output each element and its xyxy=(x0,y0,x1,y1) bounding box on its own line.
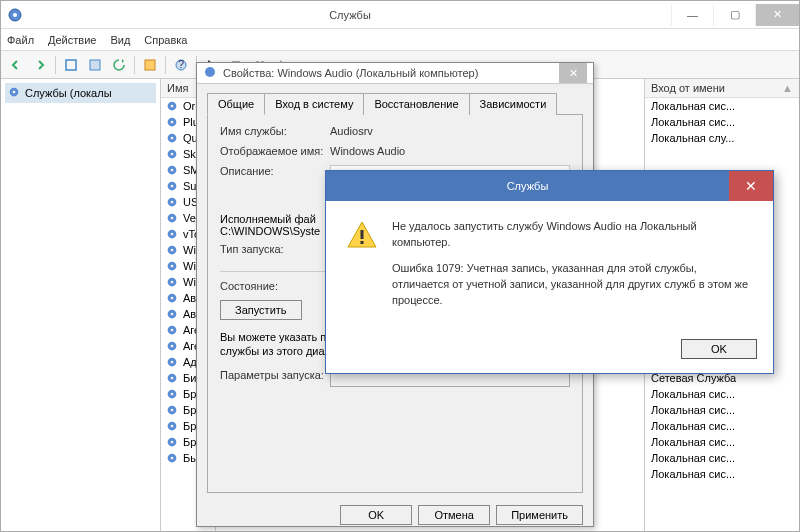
label-state: Состояние: xyxy=(220,280,330,292)
svg-point-49 xyxy=(171,393,174,396)
props-close-button[interactable]: ✕ xyxy=(559,63,587,83)
gear-icon xyxy=(165,435,179,449)
logon-value[interactable] xyxy=(645,146,799,162)
svg-rect-60 xyxy=(361,241,364,244)
svg-point-37 xyxy=(171,297,174,300)
logon-value[interactable]: Локальная сис... xyxy=(645,386,799,402)
tree-pane[interactable]: Службы (локалы xyxy=(1,79,161,531)
gear-icon xyxy=(165,99,179,113)
svg-point-13 xyxy=(171,105,174,108)
logon-value[interactable]: Локальная сис... xyxy=(645,402,799,418)
gear-icon xyxy=(165,259,179,273)
help-icon[interactable]: ? xyxy=(170,54,192,76)
gear-icon xyxy=(165,243,179,257)
gear-icon xyxy=(165,355,179,369)
value-svc-name: Audiosrv xyxy=(330,125,570,137)
gear-icon xyxy=(165,131,179,145)
svg-point-51 xyxy=(171,409,174,412)
menu-action[interactable]: Действие xyxy=(48,34,96,46)
gear-icon xyxy=(165,419,179,433)
logon-value[interactable]: Локальная сис... xyxy=(645,114,799,130)
gear-icon xyxy=(165,195,179,209)
menu-file[interactable]: Файл xyxy=(7,34,34,46)
svg-point-35 xyxy=(171,281,174,284)
props-titlebar[interactable]: Свойства: Windows Audio (Локальный компь… xyxy=(197,63,593,84)
gear-icon xyxy=(165,403,179,417)
gear-icon xyxy=(165,211,179,225)
back-button[interactable] xyxy=(5,54,27,76)
logon-value[interactable]: Локальная сис... xyxy=(645,450,799,466)
gear-icon xyxy=(165,147,179,161)
svg-point-57 xyxy=(171,457,174,460)
gear-icon xyxy=(165,227,179,241)
menu-help[interactable]: Справка xyxy=(144,34,187,46)
minimize-button[interactable]: — xyxy=(671,4,713,26)
error-title: Службы xyxy=(326,180,729,192)
props-cancel-button[interactable]: Отмена xyxy=(418,505,490,525)
error-ok-button[interactable]: OK xyxy=(681,339,757,359)
error-titlebar[interactable]: Службы ✕ xyxy=(326,171,773,201)
props-ok-button[interactable]: OK xyxy=(340,505,412,525)
tab-logon[interactable]: Вход в систему xyxy=(264,93,364,115)
props-app-icon xyxy=(203,65,217,81)
label-svc-name: Имя службы: xyxy=(220,125,330,137)
svg-point-29 xyxy=(171,233,174,236)
logon-value[interactable]: Локальная сис... xyxy=(645,466,799,482)
logon-value[interactable]: Локальная сис... xyxy=(645,98,799,114)
props-apply-button[interactable]: Применить xyxy=(496,505,583,525)
label-params: Параметры запуска: xyxy=(220,369,330,387)
logon-value[interactable]: Локальная сис... xyxy=(645,418,799,434)
tree-root-label: Службы (локалы xyxy=(25,87,112,99)
maximize-button[interactable]: ▢ xyxy=(713,4,755,26)
error-close-button[interactable]: ✕ xyxy=(729,171,773,201)
error-message-2: Ошибка 1079: Учетная запись, указанная д… xyxy=(392,261,753,309)
svg-point-47 xyxy=(171,377,174,380)
gear-icon xyxy=(165,291,179,305)
svg-point-21 xyxy=(171,169,174,172)
main-titlebar[interactable]: Службы — ▢ ✕ xyxy=(1,1,799,29)
gear-icon xyxy=(165,115,179,129)
error-dialog: Службы ✕ Не удалось запустить службу Win… xyxy=(325,170,774,374)
toolbar-icon[interactable] xyxy=(60,54,82,76)
main-title: Службы xyxy=(29,9,671,21)
props-title: Свойства: Windows Audio (Локальный компь… xyxy=(223,67,559,79)
svg-rect-59 xyxy=(361,230,364,239)
tab-recovery[interactable]: Восстановление xyxy=(363,93,469,115)
svg-text:?: ? xyxy=(178,58,184,70)
logon-value[interactable]: Локальная слу... xyxy=(645,130,799,146)
label-display-name: Отображаемое имя: xyxy=(220,145,330,157)
error-message-1: Не удалось запустить службу Windows Audi… xyxy=(392,219,753,251)
svg-point-1 xyxy=(13,13,17,17)
gear-icon xyxy=(165,307,179,321)
start-button[interactable]: Запустить xyxy=(220,300,302,320)
svg-point-41 xyxy=(171,329,174,332)
label-description: Описание: xyxy=(220,165,330,205)
close-button[interactable]: ✕ xyxy=(755,4,799,26)
props-tabs: Общие Вход в систему Восстановление Зави… xyxy=(207,92,583,115)
properties-icon[interactable] xyxy=(139,54,161,76)
forward-button[interactable] xyxy=(29,54,51,76)
menubar: Файл Действие Вид Справка xyxy=(1,29,799,51)
app-icon xyxy=(7,7,23,23)
tab-deps[interactable]: Зависимости xyxy=(469,93,558,115)
svg-point-55 xyxy=(171,441,174,444)
toolbar-icon[interactable] xyxy=(84,54,106,76)
svg-rect-4 xyxy=(145,60,155,70)
refresh-icon[interactable] xyxy=(108,54,130,76)
logon-value[interactable]: Локальная сис... xyxy=(645,434,799,450)
svg-point-45 xyxy=(171,361,174,364)
svg-point-17 xyxy=(171,137,174,140)
label-startup: Тип запуска: xyxy=(220,243,330,263)
svg-point-58 xyxy=(205,67,215,77)
gear-icon xyxy=(165,371,179,385)
svg-point-43 xyxy=(171,345,174,348)
tree-root-item[interactable]: Службы (локалы xyxy=(5,83,156,103)
gear-icon xyxy=(165,323,179,337)
gear-icon xyxy=(7,85,21,101)
svg-point-39 xyxy=(171,313,174,316)
gear-icon xyxy=(165,275,179,289)
menu-view[interactable]: Вид xyxy=(110,34,130,46)
column-logon[interactable]: Вход от имени▲ xyxy=(645,79,799,98)
tab-general[interactable]: Общие xyxy=(207,93,265,115)
value-display-name: Windows Audio xyxy=(330,145,570,157)
